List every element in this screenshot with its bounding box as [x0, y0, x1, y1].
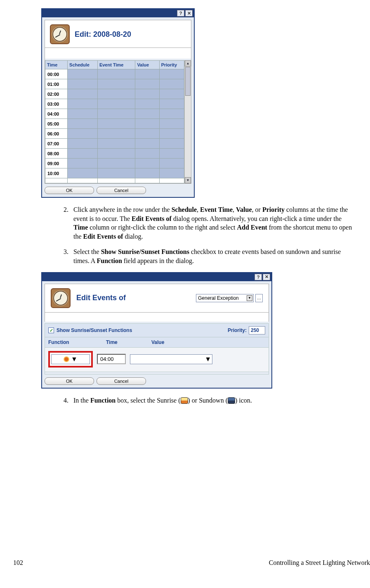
table-row[interactable]: 10:00 [45, 168, 184, 178]
grid-cell[interactable] [135, 178, 159, 183]
col-schedule[interactable]: Schedule [68, 61, 98, 69]
scroll-thumb[interactable] [185, 67, 191, 96]
chevron-down-icon[interactable]: ▼ [247, 295, 252, 301]
close-icon[interactable]: ✕ [263, 274, 270, 280]
grid-cell[interactable] [97, 69, 135, 79]
grid-cell[interactable] [135, 109, 159, 119]
function-selector[interactable]: ▼ [51, 354, 90, 364]
grid-cell[interactable] [68, 178, 98, 183]
table-row[interactable]: 01:00 [45, 79, 184, 89]
grid-cell[interactable] [68, 99, 98, 109]
grid-cell[interactable] [135, 89, 159, 99]
grid-cell[interactable] [97, 178, 135, 183]
grid-cell[interactable] [68, 168, 98, 178]
grid-cell[interactable] [159, 119, 184, 129]
grid-cell[interactable] [68, 129, 98, 139]
time-cell[interactable]: 07:00 [45, 139, 68, 149]
time-cell[interactable]: 02:00 [45, 89, 68, 99]
col-value[interactable]: Value [135, 61, 159, 69]
grid-cell[interactable] [97, 129, 135, 139]
table-row[interactable]: 05:00 [45, 119, 184, 129]
col-event-time[interactable]: Event Time [97, 61, 135, 69]
grid-cell[interactable] [68, 109, 98, 119]
grid-cell[interactable] [159, 99, 184, 109]
schedule-selector[interactable]: General Exception ▼ [196, 294, 254, 302]
grid-cell[interactable] [68, 159, 98, 168]
grid-cell[interactable] [159, 168, 184, 178]
grid-cell[interactable] [97, 89, 135, 99]
grid-cell[interactable] [135, 129, 159, 139]
time-cell[interactable]: 06:00 [45, 129, 68, 139]
grid-cell[interactable] [68, 149, 98, 159]
priority-input[interactable]: 250 [249, 326, 265, 334]
grid-cell[interactable] [159, 139, 184, 149]
time-cell[interactable]: 10:00 [45, 168, 68, 178]
grid-cell[interactable] [135, 139, 159, 149]
chevron-down-icon[interactable]: ▼ [71, 356, 78, 363]
table-row[interactable]: 03:00 [45, 99, 184, 109]
grid-cell[interactable] [159, 129, 184, 139]
table-row[interactable]: 04:00 [45, 109, 184, 119]
col-time[interactable]: Time [45, 61, 68, 69]
grid-cell[interactable] [97, 99, 135, 109]
grid-cell[interactable] [68, 69, 98, 79]
grid-cell[interactable] [97, 109, 135, 119]
grid-cell[interactable] [159, 149, 184, 159]
table-row[interactable]: 06:00 [45, 129, 184, 139]
chevron-down-icon[interactable]: ▼ [205, 356, 211, 363]
time-cell[interactable]: 09:00 [45, 159, 68, 168]
grid-cell[interactable] [97, 79, 135, 89]
grid-cell[interactable] [135, 69, 159, 79]
table-row[interactable]: 02:00 [45, 89, 184, 99]
grid-cell[interactable] [135, 149, 159, 159]
time-cell[interactable] [45, 178, 68, 183]
grid-cell[interactable] [97, 149, 135, 159]
time-cell[interactable]: 08:00 [45, 149, 68, 159]
time-cell[interactable]: 05:00 [45, 119, 68, 129]
time-cell[interactable]: 00:00 [45, 69, 68, 79]
value-selector[interactable]: ▼ [130, 354, 212, 364]
cancel-button[interactable]: Cancel [97, 377, 146, 385]
grid-cell[interactable] [135, 168, 159, 178]
grid-cell[interactable] [159, 79, 184, 89]
more-button[interactable]: … [255, 294, 263, 302]
table-row[interactable]: 07:00 [45, 139, 184, 149]
table-row[interactable]: 08:00 [45, 149, 184, 159]
grid-cell[interactable] [135, 99, 159, 109]
time-cell[interactable]: 04:00 [45, 109, 68, 119]
grid-cell[interactable] [135, 79, 159, 89]
table-row[interactable] [45, 178, 184, 183]
grid-cell[interactable] [159, 89, 184, 99]
grid-cell[interactable] [159, 159, 184, 168]
table-row[interactable]: 00:00 [45, 69, 184, 79]
grid-cell[interactable] [135, 119, 159, 129]
grid-cell[interactable] [159, 69, 184, 79]
help-icon[interactable]: ? [255, 274, 262, 280]
grid-cell[interactable] [97, 159, 135, 168]
grid-cell[interactable] [97, 119, 135, 129]
ok-button[interactable]: OK [45, 377, 94, 385]
schedule-grid[interactable]: Time Schedule Event Time Value Priority … [45, 60, 184, 183]
time-input[interactable]: 04:00 [97, 354, 126, 364]
ok-button[interactable]: OK [45, 187, 94, 194]
time-cell[interactable]: 03:00 [45, 99, 68, 109]
vertical-scrollbar[interactable]: ▲ ▼ [184, 60, 191, 183]
show-sunrise-sunset-checkbox[interactable]: ✓ Show Sunrise/Sunset Functions [48, 327, 132, 333]
table-row[interactable]: 09:00 [45, 159, 184, 168]
grid-cell[interactable] [159, 109, 184, 119]
grid-cell[interactable] [68, 89, 98, 99]
cancel-button[interactable]: Cancel [97, 187, 146, 194]
grid-cell[interactable] [97, 168, 135, 178]
help-icon[interactable]: ? [177, 10, 184, 17]
grid-cell[interactable] [97, 139, 135, 149]
grid-cell[interactable] [159, 178, 184, 183]
grid-cell[interactable] [68, 119, 98, 129]
scroll-up-icon[interactable]: ▲ [185, 60, 191, 66]
scroll-down-icon[interactable]: ▼ [185, 177, 191, 183]
checkbox-checked-icon[interactable]: ✓ [48, 327, 54, 333]
grid-cell[interactable] [68, 139, 98, 149]
grid-cell[interactable] [135, 159, 159, 168]
col-priority[interactable]: Priority [159, 61, 184, 69]
grid-cell[interactable] [68, 79, 98, 89]
time-cell[interactable]: 01:00 [45, 79, 68, 89]
